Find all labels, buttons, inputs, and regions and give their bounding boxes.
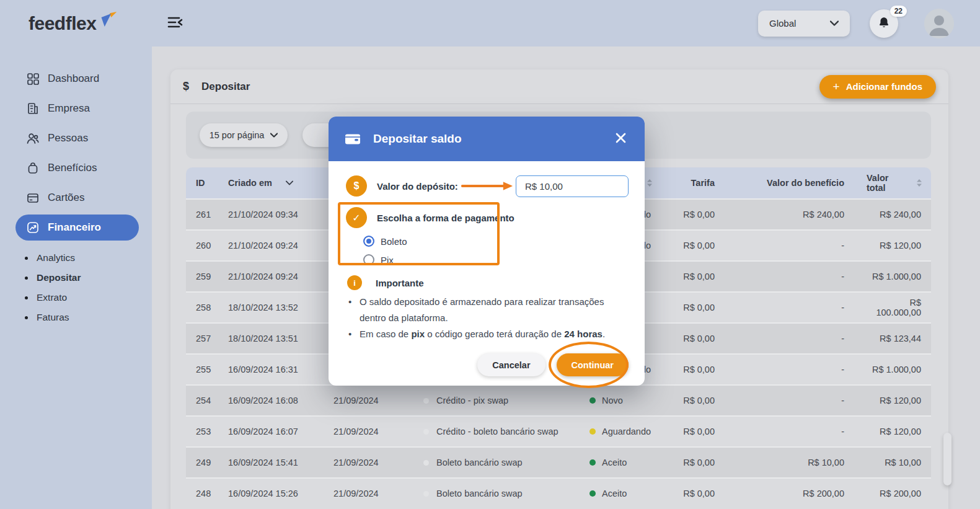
cell-data: 21/09/2024 (333, 458, 423, 467)
cell-status: Novo (589, 396, 671, 405)
cell-tarifa: R$ 0,00 (671, 365, 739, 374)
radio-selected-icon (363, 236, 374, 247)
info-icon: i (347, 275, 362, 290)
sidebar-item-dashboard[interactable]: Dashboard (0, 64, 152, 94)
brand-logo-text: feedflex (29, 13, 96, 34)
table-row[interactable]: 24916/09/2024 15:4121/09/2024Boleto banc… (186, 446, 931, 477)
close-button[interactable] (613, 130, 629, 148)
important-label: Importante (376, 278, 424, 288)
brand-logo[interactable]: feedflex (0, 13, 152, 34)
cell-valor-beneficio: R$ 240,00 (739, 210, 867, 219)
header-valor-total-label: Valor total (867, 173, 910, 193)
header-id: ID (186, 178, 228, 188)
sidebar-item-pessoas[interactable]: Pessoas (0, 123, 152, 153)
annotation-arrow (458, 180, 516, 192)
sidebar-subitem-faturas[interactable]: Faturas (0, 308, 152, 327)
note-item: O saldo depositado é armazenado para rea… (348, 294, 632, 326)
sidebar-item-cartoes[interactable]: Cartões (0, 183, 152, 213)
sidebar-subitem-extrato[interactable]: Extrato (0, 288, 152, 308)
cell-tarifa: R$ 0,00 (671, 458, 739, 467)
header-criado-em[interactable]: Criado em (228, 178, 333, 188)
chevron-down-icon (270, 133, 278, 138)
type-dot-icon (423, 460, 429, 466)
region-selector-label: Global (769, 18, 796, 29)
sidebar-item-financeiro[interactable]: Financeiro (15, 215, 139, 241)
cell-valor-total: R$ 120,00 (867, 241, 931, 250)
continue-button[interactable]: Continuar (557, 353, 629, 376)
note-item: Em caso de pix o código gerado terá dura… (348, 326, 632, 342)
cell-valor-beneficio: - (739, 396, 867, 405)
cell-status: Aceito (589, 489, 671, 498)
modal-title: Depositar saldo (373, 132, 462, 146)
person-icon (924, 9, 954, 38)
cancel-button[interactable]: Cancelar (477, 353, 545, 376)
chevron-down-icon (830, 20, 839, 26)
sidebar-item-beneficios[interactable]: Benefícios (0, 153, 152, 183)
radio-option-pix[interactable]: Pix (363, 254, 514, 265)
modal-body: $ Valor do depósito: ✓ Escolha a forma d… (329, 161, 645, 386)
deposit-modal: Depositar saldo $ Valor do depósito: (329, 117, 645, 386)
cell-tarifa: R$ 0,00 (671, 272, 739, 281)
sidebar-item-empresa[interactable]: Empresa (0, 94, 152, 123)
type-dot-icon (423, 398, 429, 404)
radio-option-boleto[interactable]: Boleto (363, 236, 514, 247)
add-funds-label: Adicionar fundos (846, 81, 922, 92)
cell-valor-total: R$ 10,00 (867, 458, 931, 467)
region-selector[interactable]: Global (758, 11, 850, 37)
sidebar: Dashboard Empresa Pessoas (0, 46, 152, 509)
cell-criado-em: 18/10/2024 13:52 (228, 303, 333, 312)
modal-actions: Cancelar Continuar (477, 353, 629, 376)
finance-icon (26, 221, 40, 234)
company-icon (26, 102, 40, 115)
cell-status: Aguardando (589, 427, 671, 436)
scrollbar-thumb[interactable] (943, 433, 951, 485)
note-text: o código gerado terá duração de (425, 329, 564, 339)
sidebar-subitem-depositar[interactable]: Depositar (0, 268, 152, 288)
modal-header: Depositar saldo (329, 117, 645, 161)
bullet-icon (25, 257, 28, 260)
status-dot-icon (589, 428, 596, 435)
amount-input[interactable] (516, 175, 629, 197)
cell-data: 21/09/2024 (333, 396, 423, 405)
table-row[interactable]: 25316/09/2024 16:0721/09/2024Crédito - b… (186, 415, 931, 446)
sidebar-subitem-analytics[interactable]: Analytics (0, 248, 152, 268)
status-dot-icon (589, 459, 596, 466)
cell-status: Aceito (589, 458, 671, 467)
type-label: Boleto bancário swap (436, 489, 523, 498)
cell-criado-em: 18/10/2024 13:51 (228, 334, 333, 343)
plus-icon: + (833, 80, 840, 94)
payment-method-label: Escolha a forma de pagamento (377, 213, 514, 223)
note-text: O saldo depositado é armazenado para rea… (360, 296, 604, 323)
sidebar-subitem-label: Analytics (37, 252, 75, 263)
cell-valor-total: R$ 100.000,00 (867, 298, 931, 317)
bell-icon (877, 16, 891, 30)
per-page-select[interactable]: 15 por página (200, 123, 288, 147)
cell-id: 249 (186, 458, 228, 467)
people-icon (26, 131, 40, 145)
cell-valor-total: R$ 200,00 (867, 489, 931, 498)
chevron-down-icon (286, 180, 293, 185)
type-dot-icon (423, 491, 429, 497)
close-icon (616, 133, 626, 143)
cell-valor-total: R$ 120,00 (867, 427, 931, 436)
header-criado-em-label: Criado em (228, 178, 272, 188)
table-row[interactable]: 24816/09/2024 15:2621/09/2024Boleto banc… (186, 477, 931, 508)
table-row[interactable]: 25416/09/2024 16:0821/09/2024Crédito - p… (186, 384, 931, 415)
user-avatar[interactable] (924, 9, 954, 38)
sort-icon (647, 179, 653, 187)
cell-id: 259 (186, 272, 228, 281)
cell-valor-beneficio: - (739, 334, 867, 343)
header-valor-total[interactable]: Valor total (867, 173, 931, 193)
cell-tarifa: R$ 0,00 (671, 210, 739, 219)
cell-valor-beneficio: R$ 10,00 (739, 458, 867, 467)
sidebar-item-label: Benefícios (48, 162, 97, 174)
sidebar-item-label: Pessoas (48, 132, 88, 144)
note-text-bold: 24 horas (564, 329, 603, 339)
add-funds-button[interactable]: + Adicionar fundos (819, 75, 936, 99)
collapse-sidebar-button[interactable] (164, 12, 187, 34)
cards-icon (26, 191, 40, 205)
cell-valor-beneficio: - (739, 365, 867, 374)
note-text: Em caso de (360, 329, 411, 339)
topbar-actions: Global 22 (758, 9, 980, 38)
cell-id: 255 (186, 365, 228, 374)
